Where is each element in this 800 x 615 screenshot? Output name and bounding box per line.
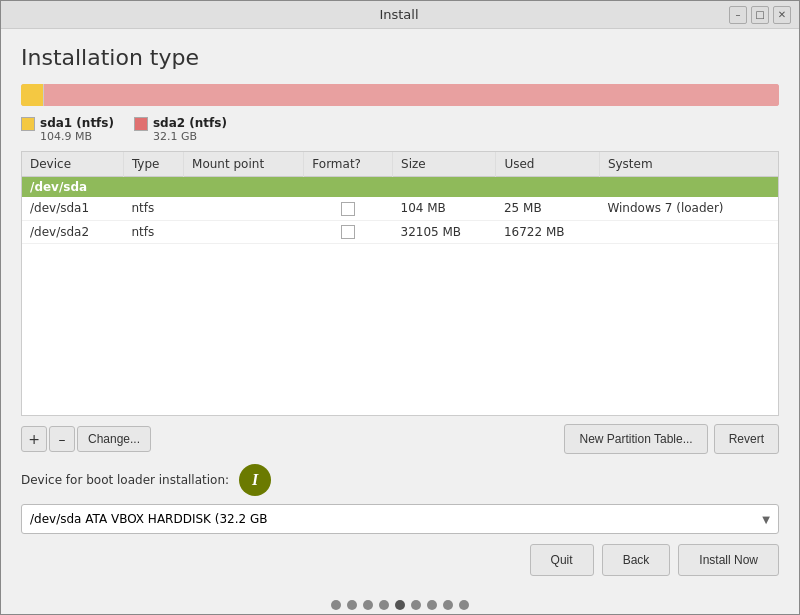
device-cell: /dev/sda1 xyxy=(22,197,123,220)
main-content: Installation type sda1 (ntfs) 104.9 MB s… xyxy=(1,29,799,594)
revert-button[interactable]: Revert xyxy=(714,424,779,454)
bootloader-dropdown[interactable]: /dev/sda ATA VBOX HARDDISK (32.2 GB ▼ xyxy=(21,504,779,534)
progress-dot xyxy=(427,600,437,610)
bootloader-section: Device for boot loader installation: I xyxy=(21,464,779,496)
partition-table: Device Type Mount point Format? Size Use… xyxy=(22,152,778,244)
format-checkbox[interactable] xyxy=(341,225,355,239)
cursor-icon: I xyxy=(239,464,271,496)
size-cell: 104 MB xyxy=(393,197,496,220)
table-row[interactable]: /dev/sda2ntfs32105 MB16722 MB xyxy=(22,220,778,244)
partition-bar xyxy=(21,84,779,106)
device-cell: /dev/sda2 xyxy=(22,220,123,244)
mount-cell xyxy=(184,197,304,220)
quit-button[interactable]: Quit xyxy=(530,544,594,576)
progress-dot xyxy=(459,600,469,610)
window-title: Install xyxy=(69,7,729,22)
col-device: Device xyxy=(22,152,123,177)
bootloader-value: /dev/sda ATA VBOX HARDDISK (32.2 GB xyxy=(30,512,268,526)
progress-dot xyxy=(443,600,453,610)
dropdown-arrow-icon: ▼ xyxy=(762,514,770,525)
partition-table-container: Device Type Mount point Format? Size Use… xyxy=(21,151,779,416)
close-button[interactable]: ✕ xyxy=(773,6,791,24)
col-used: Used xyxy=(496,152,599,177)
col-size: Size xyxy=(393,152,496,177)
change-partition-button[interactable]: Change... xyxy=(77,426,151,452)
format-checkbox[interactable] xyxy=(341,202,355,216)
table-row[interactable]: /dev/sda1ntfs104 MB25 MBWindows 7 (loade… xyxy=(22,197,778,220)
progress-dot xyxy=(347,600,357,610)
back-button[interactable]: Back xyxy=(602,544,671,576)
progress-dots xyxy=(1,594,799,614)
used-cell: 16722 MB xyxy=(496,220,599,244)
partition-legend: sda1 (ntfs) 104.9 MB sda2 (ntfs) 32.1 GB xyxy=(21,116,779,143)
legend-item-sda2: sda2 (ntfs) 32.1 GB xyxy=(134,116,227,143)
type-cell: ntfs xyxy=(123,197,183,220)
remove-partition-button[interactable]: – xyxy=(49,426,75,452)
legend-size-sda1: 104.9 MB xyxy=(40,130,114,143)
right-toolbar-buttons: New Partition Table... Revert xyxy=(564,424,779,454)
progress-dot xyxy=(331,600,341,610)
type-cell: ntfs xyxy=(123,220,183,244)
mount-cell xyxy=(184,220,304,244)
bottom-toolbar: + – Change... New Partition Table... Rev… xyxy=(21,424,779,454)
page-title: Installation type xyxy=(21,45,779,70)
size-cell: 32105 MB xyxy=(393,220,496,244)
new-partition-table-button[interactable]: New Partition Table... xyxy=(564,424,707,454)
legend-label-sda1: sda1 (ntfs) xyxy=(40,116,114,130)
progress-dot xyxy=(411,600,421,610)
install-now-button[interactable]: Install Now xyxy=(678,544,779,576)
col-system: System xyxy=(599,152,778,177)
window-controls: – □ ✕ xyxy=(729,6,791,24)
legend-color-sda1 xyxy=(21,117,35,131)
table-header-row: Device Type Mount point Format? Size Use… xyxy=(22,152,778,177)
legend-info-sda1: sda1 (ntfs) 104.9 MB xyxy=(40,116,114,143)
progress-dot xyxy=(395,600,405,610)
system-cell: Windows 7 (loader) xyxy=(599,197,778,220)
partition-bar-sda2 xyxy=(44,84,779,106)
progress-dot xyxy=(363,600,373,610)
legend-label-sda2: sda2 (ntfs) xyxy=(153,116,227,130)
table-group-row: /dev/sda xyxy=(22,177,778,198)
format-cell[interactable] xyxy=(304,220,393,244)
window: Install – □ ✕ Installation type sda1 (nt… xyxy=(0,0,800,615)
footer-buttons: Quit Back Install Now xyxy=(21,544,779,576)
minimize-button[interactable]: – xyxy=(729,6,747,24)
format-cell[interactable] xyxy=(304,197,393,220)
left-toolbar-buttons: + – Change... xyxy=(21,426,151,452)
bootloader-label: Device for boot loader installation: xyxy=(21,473,229,487)
used-cell: 25 MB xyxy=(496,197,599,220)
maximize-button[interactable]: □ xyxy=(751,6,769,24)
titlebar: Install – □ ✕ xyxy=(1,1,799,29)
partition-bar-sda1 xyxy=(21,84,44,106)
legend-size-sda2: 32.1 GB xyxy=(153,130,227,143)
legend-info-sda2: sda2 (ntfs) 32.1 GB xyxy=(153,116,227,143)
legend-color-sda2 xyxy=(134,117,148,131)
progress-dot xyxy=(379,600,389,610)
legend-item-sda1: sda1 (ntfs) 104.9 MB xyxy=(21,116,114,143)
col-type: Type xyxy=(123,152,183,177)
bootloader-dropdown-row: /dev/sda ATA VBOX HARDDISK (32.2 GB ▼ xyxy=(21,504,779,534)
col-format: Format? xyxy=(304,152,393,177)
col-mount: Mount point xyxy=(184,152,304,177)
system-cell xyxy=(599,220,778,244)
add-partition-button[interactable]: + xyxy=(21,426,47,452)
